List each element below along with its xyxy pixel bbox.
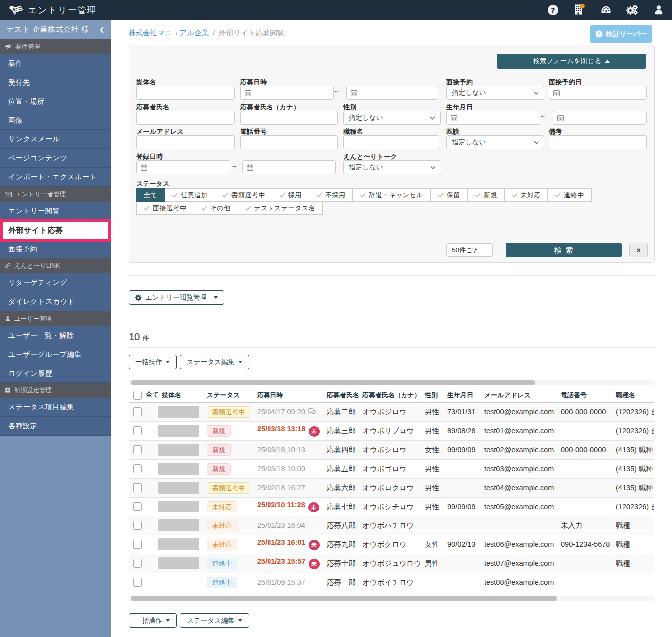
date-input[interactable]: [240, 86, 334, 100]
horizontal-scrollbar[interactable]: [129, 596, 655, 601]
row-checkbox[interactable]: [133, 407, 142, 416]
table-row[interactable]: 新規25/03/18 10:13応募四郎オウボシロウ女性99/09/09test…: [129, 440, 654, 459]
status-filter-button[interactable]: 不採用: [309, 188, 353, 202]
column-sort-link[interactable]: メールアドレス: [484, 391, 531, 399]
row-checkbox[interactable]: [133, 445, 142, 454]
field-select[interactable]: 指定しない: [446, 86, 544, 100]
sidebar-item[interactable]: 画像: [0, 111, 111, 130]
account-button[interactable]: [653, 4, 665, 16]
row-checkbox[interactable]: [133, 464, 142, 473]
table-row[interactable]: 未対応25/01/23 16:04応募八郎オウボハチロウ未入力職種: [129, 516, 654, 535]
field-input[interactable]: [136, 135, 235, 149]
sidebar-item[interactable]: 外部サイト応募: [0, 219, 111, 242]
status-edit-button[interactable]: ステータス編集: [180, 355, 249, 369]
dashboard-button[interactable]: [600, 4, 612, 16]
sidebar-item[interactable]: ログイン履歴: [0, 364, 111, 383]
date-input[interactable]: [553, 111, 647, 125]
date-input[interactable]: [549, 86, 647, 100]
sidebar-item[interactable]: インポート・エクスポート: [0, 168, 111, 187]
column-sort-link[interactable]: 応募者氏名（カナ）: [362, 391, 421, 399]
status-filter-button[interactable]: 連絡中: [547, 188, 592, 202]
company-button[interactable]: [573, 4, 585, 16]
column-sort-link[interactable]: 媒体名: [162, 391, 181, 399]
settings-button[interactable]: [626, 4, 638, 16]
date-input[interactable]: [136, 160, 230, 174]
field-select[interactable]: 指定しない: [343, 160, 441, 174]
sidebar-item[interactable]: ステータス項目編集: [0, 398, 111, 417]
brand[interactable]: エントリー管理: [0, 4, 97, 16]
table-row[interactable]: 未対応25/01/23 16:01未応募九郎オウボクロウ女性90/02/13te…: [129, 535, 654, 554]
status-filter-button[interactable]: 保留: [430, 188, 468, 202]
row-checkbox[interactable]: [133, 559, 142, 568]
sidebar-item[interactable]: ユーザーグループ編集: [0, 345, 111, 364]
column-sort-link[interactable]: ステータス: [207, 391, 240, 399]
row-checkbox[interactable]: [133, 578, 142, 587]
status-filter-button[interactable]: 採用: [272, 188, 309, 202]
field-input[interactable]: [549, 135, 647, 149]
status-filter-button[interactable]: 辞退・キャンセル: [352, 188, 431, 202]
sidebar-item[interactable]: ダイレクトスカウト: [0, 292, 111, 311]
collapse-sidebar-icon[interactable]: ❮: [99, 26, 105, 33]
clear-search-button[interactable]: ×: [629, 243, 648, 257]
table-row[interactable]: 新規25/03/18 10:09応募五郎オウボゴロウ男性test03@examp…: [129, 459, 654, 478]
column-sort-link[interactable]: 応募日時: [257, 391, 283, 399]
table-row[interactable]: 連絡中25/01/23 15:57未応募十郎オウボジュウロウ男性test07@e…: [129, 554, 654, 573]
date-input[interactable]: [346, 86, 438, 100]
column-sort-link[interactable]: 性別: [425, 391, 438, 399]
close-search-form-button[interactable]: 検索フォームを閉じる: [497, 54, 646, 69]
table-row[interactable]: 新規25/03/18 13:18未応募三郎オウボサブロウ男性89/08/28te…: [129, 421, 654, 440]
horizontal-scrollbar[interactable]: [129, 380, 655, 385]
status-filter-button[interactable]: テストステータス名: [238, 201, 323, 215]
sidebar-item[interactable]: 面接予約: [0, 240, 111, 258]
column-sort-link[interactable]: 生年月日: [447, 391, 473, 399]
column-sort-link[interactable]: 電話番号: [561, 391, 587, 399]
status-filter-button[interactable]: 任意追加: [164, 188, 215, 202]
column-sort-link[interactable]: 応募者氏名: [327, 391, 359, 399]
status-filter-button[interactable]: 面接選考中: [136, 201, 194, 215]
scrollbar-thumb[interactable]: [131, 596, 557, 601]
field-input[interactable]: [240, 135, 338, 149]
row-checkbox[interactable]: [133, 502, 142, 511]
table-row[interactable]: 未対応25/02/10 11:28未応募七郎オウボシチロウ男性99/09/09t…: [129, 497, 654, 516]
sidebar-item[interactable]: ページコンテンツ: [0, 149, 111, 168]
column-sort-link[interactable]: 職種名: [616, 391, 635, 399]
field-input[interactable]: [136, 111, 235, 125]
company-selector[interactable]: テスト 企業株式会社 様❮: [0, 20, 111, 39]
date-input[interactable]: [446, 111, 540, 125]
row-checkbox[interactable]: [133, 483, 142, 492]
scrollbar-thumb[interactable]: [131, 380, 535, 385]
per-page-input[interactable]: [446, 243, 493, 257]
bulk-action-button[interactable]: 一括操作: [129, 613, 177, 628]
sidebar-item[interactable]: リターゲティング: [0, 273, 111, 292]
table-row[interactable]: 連絡中25/01/09 15:37応募一郎オウボイチロウtest08@examp…: [129, 573, 654, 592]
sidebar-item[interactable]: エントリー閲覧: [0, 202, 111, 221]
sidebar-item[interactable]: 各種設定: [0, 417, 111, 436]
help-button[interactable]: ?: [547, 4, 559, 16]
field-input[interactable]: [136, 86, 235, 100]
sidebar-item[interactable]: 案件: [0, 54, 111, 73]
sidebar-item[interactable]: 位置・場所: [0, 92, 111, 111]
table-row[interactable]: 書類選考中25/02/18 16:27応募六郎オウボロクロウ男性test04@e…: [129, 478, 654, 497]
bulk-action-button[interactable]: 一括操作: [129, 355, 177, 369]
field-input[interactable]: [240, 111, 338, 125]
sidebar-item[interactable]: 受付先: [0, 73, 111, 92]
status-filter-button[interactable]: 未対応: [504, 188, 548, 202]
select-all-checkbox[interactable]: [133, 391, 142, 400]
status-filter-button[interactable]: 新規: [467, 188, 505, 202]
row-checkbox[interactable]: [133, 540, 142, 549]
sidebar-item[interactable]: サンクスメール: [0, 130, 111, 149]
status-edit-button[interactable]: ステータス編集: [180, 613, 249, 628]
entry-view-manage-button[interactable]: エントリー閲覧管理: [129, 290, 224, 305]
field-input[interactable]: [343, 135, 439, 149]
row-checkbox[interactable]: [133, 521, 142, 530]
table-row[interactable]: 書類選考中25/04/17 09:20応募二郎オウボジロウ男性73/01/31t…: [129, 402, 654, 421]
field-select[interactable]: 指定しない: [343, 111, 441, 125]
status-filter-button[interactable]: その他: [194, 201, 238, 215]
status-filter-button[interactable]: 全て: [136, 188, 165, 202]
sidebar-item[interactable]: ユーザー一覧・解除: [0, 326, 111, 345]
row-checkbox[interactable]: [133, 426, 142, 435]
status-filter-button[interactable]: 書類選考中: [215, 188, 272, 202]
breadcrumb-company-link[interactable]: 株式会社マニュアル企業: [129, 29, 209, 37]
field-select[interactable]: 指定しない: [446, 135, 544, 149]
search-button[interactable]: 検索: [506, 243, 622, 257]
